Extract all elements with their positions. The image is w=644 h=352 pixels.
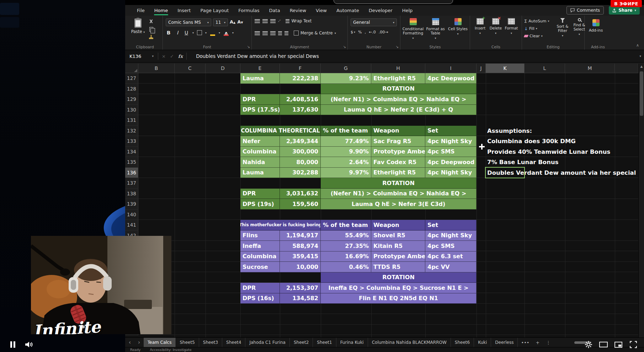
tab-menu-kebab[interactable]: ⋮	[543, 338, 554, 347]
row-header-130[interactable]: 130	[125, 105, 138, 115]
column-header-L[interactable]: L	[525, 64, 565, 73]
green-col-pct[interactable]: % of the team	[321, 126, 371, 136]
underline-button[interactable]: U	[183, 30, 189, 36]
search-bar-partial[interactable]	[334, 0, 453, 4]
sort-filter-button[interactable]: Sort & Filter▾	[555, 18, 570, 37]
column-header-B[interactable]: B	[138, 64, 175, 73]
underline-dropdown[interactable]: ▾	[192, 31, 194, 34]
row-header-141[interactable]: 141	[125, 220, 138, 231]
cell-G133[interactable]: 77.49%	[321, 136, 371, 147]
copy-button[interactable]	[148, 26, 154, 32]
increase-font-icon[interactable]: A▲	[230, 20, 235, 25]
decrease-font-icon[interactable]: A▼	[237, 20, 243, 25]
cell-F143[interactable]: 588,974	[280, 241, 321, 251]
format-cells-button[interactable]: Format▾	[504, 18, 519, 35]
cell-I127[interactable]: 4pc Deepwood	[425, 73, 477, 84]
borders-icon[interactable]	[197, 30, 202, 35]
cell-I135[interactable]: 4pc Deepwood	[425, 157, 477, 168]
column-header-I[interactable]: I	[425, 64, 477, 73]
miniplayer-button[interactable]	[614, 340, 623, 349]
cell-H143[interactable]: Kitain R5	[371, 241, 425, 251]
menu-developer[interactable]: Developer	[366, 6, 395, 15]
fill-color-dropdown[interactable]: ▾	[219, 31, 220, 34]
row-header-131[interactable]: 131	[125, 115, 138, 126]
spreadsheet-grid[interactable]: B C D E F G H I J K L M 127 128 129 130 …	[125, 64, 638, 337]
cell-E127[interactable]: Lauma	[240, 73, 280, 84]
cell-H144[interactable]: Prototype Amber	[371, 251, 425, 262]
row-header-138[interactable]: 138	[125, 189, 138, 199]
sheet-tab-sheet5[interactable]: Sheet5	[176, 338, 199, 347]
font-name-select[interactable]: Comic Sans MS▾	[166, 18, 211, 26]
cell-H145[interactable]: TTDS R5	[371, 262, 425, 272]
select-all-corner[interactable]	[125, 64, 138, 73]
cell-G145[interactable]: 0.46%	[321, 262, 371, 272]
cell-E135[interactable]: Nahida	[240, 157, 280, 168]
menu-data[interactable]: Data	[267, 6, 283, 15]
menu-review[interactable]: Review	[287, 6, 309, 15]
row-header-134[interactable]: 134	[125, 147, 138, 157]
row-header-135[interactable]: 135	[125, 157, 138, 168]
cell-styles-button[interactable]: Cell Styles▾	[447, 18, 469, 40]
cell-rotation-line2-148[interactable]: Flin E N1 EQ 2N5d EQ N1	[321, 293, 477, 304]
cell-F135[interactable]: 80,000	[280, 157, 321, 168]
row-header-137[interactable]: 137	[125, 178, 138, 189]
cell-G144[interactable]: 16.69%	[321, 251, 371, 262]
cell-E144[interactable]: Columbina	[240, 251, 280, 262]
cell-F129[interactable]: 2,408,516	[280, 94, 321, 105]
cell-H127[interactable]: Etherlight R5	[371, 73, 425, 84]
cell-E148[interactable]: DPS (16s)	[240, 293, 280, 304]
cut-button[interactable]	[148, 18, 154, 24]
name-box[interactable]: K136▾	[125, 50, 156, 62]
cell-E138[interactable]: DPR	[240, 189, 280, 199]
cell-E136[interactable]: Lauma	[240, 168, 280, 178]
menu-insert[interactable]: Insert	[175, 6, 193, 15]
merge-centre-button[interactable]: Merge & Centre ▾	[294, 31, 336, 36]
paste-button[interactable]: Paste ▾	[131, 18, 145, 34]
font-size-select[interactable]: 11▾	[213, 18, 228, 26]
insert-function-icon[interactable]: fx	[178, 54, 183, 59]
cell-E147[interactable]: DPR	[240, 283, 280, 293]
italic-button[interactable]: I	[175, 30, 180, 36]
cell-G135[interactable]: 2.64%	[321, 157, 371, 168]
cell-F130[interactable]: 137,630	[280, 105, 321, 115]
cell-E130[interactable]: DPS (17.5s)	[240, 105, 280, 115]
formula-bar-expand-chevron[interactable]: ▾	[639, 54, 641, 58]
bold-button[interactable]: B	[166, 30, 171, 36]
sheet-tab-deerless[interactable]: Deerless	[491, 338, 518, 347]
cell-rotation-128[interactable]: ROTATION	[321, 84, 477, 94]
cell-G134[interactable]: 9.90%	[321, 147, 371, 157]
increase-indent-icon[interactable]	[284, 31, 288, 35]
purple-col-set[interactable]: Set	[425, 220, 477, 231]
cell-I134[interactable]: 4pc SMS	[425, 147, 477, 157]
cell-I136[interactable]: 4pc Night Sky	[425, 168, 477, 178]
cell-F134[interactable]: 300,000	[280, 147, 321, 157]
cell-E133[interactable]: Nefer	[240, 136, 280, 147]
sheet-tab-kuki[interactable]: Kuki	[474, 338, 491, 347]
sheet-tab-team-calcs[interactable]: Team Calcs	[144, 338, 176, 347]
pause-button[interactable]	[9, 340, 17, 349]
cell-H134[interactable]: Prototype Amber	[371, 147, 425, 157]
cell-F144[interactable]: 359,415	[280, 251, 321, 262]
row-header-128[interactable]: 128	[125, 84, 138, 94]
enter-icon[interactable]: ✓	[170, 54, 174, 59]
font-color-dropdown[interactable]: ▾	[232, 31, 234, 34]
borders-dropdown[interactable]: ▾	[205, 31, 207, 34]
column-header-F[interactable]: F	[280, 64, 321, 73]
cell-I133[interactable]: 4pc Night Sky	[425, 136, 477, 147]
cell-F138[interactable]: 3,031,632	[280, 189, 321, 199]
vertical-scrollbar[interactable]: ▲	[638, 64, 644, 337]
formula-input[interactable]: Doubles Verdant Dew amount via her speci…	[196, 53, 319, 59]
cell-F147[interactable]: 2,153,307	[280, 283, 321, 293]
row-header-136[interactable]: 136	[125, 168, 138, 178]
cell-rotation-137[interactable]: ROTATION	[321, 178, 477, 189]
purple-col-weapon[interactable]: Weapon	[371, 220, 425, 231]
row-header-139[interactable]: 139	[125, 199, 138, 210]
cell-E139[interactable]: DPS (19s)	[240, 199, 280, 210]
fill-color-button[interactable]	[210, 30, 215, 36]
row-header-132[interactable]: 132	[125, 126, 138, 136]
share-button[interactable]: Share ▾	[609, 6, 640, 15]
cell-rotation-146[interactable]: ROTATION	[321, 272, 477, 283]
volume-button[interactable]	[25, 340, 33, 349]
cell-rotation-line2-139[interactable]: Lauma Q hE > Nefer 3(E C3d)	[321, 199, 477, 210]
align-center-icon[interactable]	[262, 31, 268, 35]
